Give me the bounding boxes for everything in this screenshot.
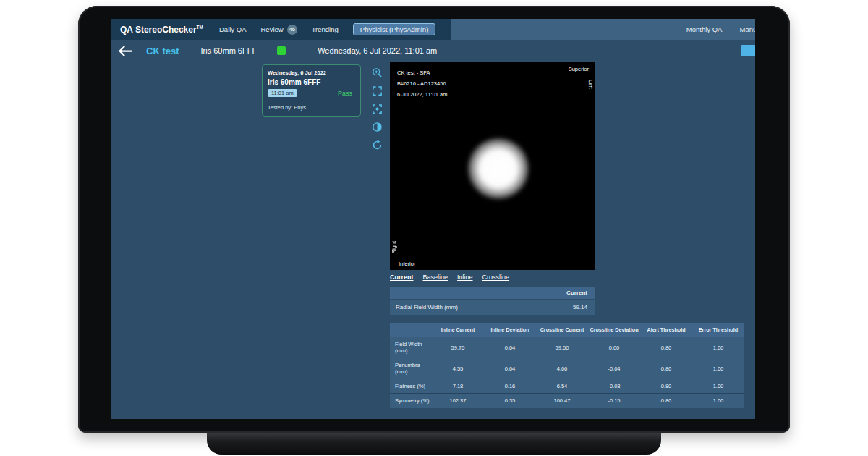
metric-value-cell: 0.16: [484, 379, 536, 394]
radial-row-value: 59.14: [573, 304, 587, 311]
nav-item-label: Daily QA: [219, 25, 246, 33]
nav-item-monthly-qa[interactable]: Monthly QA: [686, 25, 723, 33]
back-button[interactable]: [119, 46, 132, 56]
pass-status-label: Pass: [338, 90, 352, 97]
column-header: Crossline Deviation: [588, 323, 640, 337]
radial-field-table: Current Radial Field Width (mm) 59.14: [390, 287, 595, 315]
contrast-icon[interactable]: [371, 121, 383, 132]
tab-crossline[interactable]: Crossline: [482, 274, 510, 281]
image-title: CK test - SFA: [397, 67, 448, 78]
nav-item-label: Monthly QA: [686, 25, 723, 33]
column-header: Inline Current: [432, 323, 484, 337]
metric-value-cell: -0.03: [588, 379, 640, 394]
orientation-right-label: Right: [391, 241, 397, 254]
metric-value-cell: -0.04: [588, 358, 640, 379]
image-machine-id: B#6216 - AD123456: [397, 78, 448, 89]
beam-image-panel[interactable]: CK test - SFA B#6216 - AD123456 6 Jul 20…: [390, 62, 595, 270]
nav-item-label: Physicist (PhysAdmin): [360, 25, 429, 33]
center-focus-icon[interactable]: [371, 103, 383, 114]
metric-value-cell: 0.80: [640, 394, 692, 408]
zoom-in-icon[interactable]: [371, 67, 383, 78]
radial-table-header: Current: [390, 287, 595, 299]
review-count-badge: 46: [287, 25, 297, 35]
table-row: Penumbra (mm)4.550.044.06-0.040.801.00: [390, 358, 744, 379]
nav-item-trending[interactable]: Trending: [312, 25, 339, 33]
back-arrow-icon: [119, 46, 132, 56]
table-row: Symmetry (%)102.370.35100.47-0.150.801.0…: [390, 394, 744, 408]
reset-view-icon[interactable]: [371, 139, 383, 151]
metric-value-cell: 0.00: [588, 337, 640, 358]
metric-row-label: Flatness (%): [390, 379, 432, 394]
metric-value-cell: 4.55: [432, 358, 484, 379]
page-header: CK test Iris 60mm 6FFF Wednesday, 6 Jul …: [111, 40, 755, 62]
column-header: Crossline Current: [536, 323, 588, 337]
metric-value-cell: 102.37: [432, 394, 484, 408]
metric-row-label: Symmetry (%): [390, 394, 432, 408]
card-divider: [268, 101, 355, 101]
results-tabs: Current Baseline Inline Crossline: [390, 274, 509, 281]
nav-menu: Daily QA Review 46 Trending Physicist (P…: [219, 23, 435, 35]
nav-item-label: Manual QA: [739, 25, 755, 33]
metric-row-label: Penumbra (mm): [390, 358, 432, 379]
nav-item-daily-qa[interactable]: Daily QA: [219, 25, 246, 33]
nav-item-label: Review: [260, 25, 283, 33]
image-toolbar: [371, 67, 383, 151]
status-indicator: [277, 46, 286, 55]
metric-value-cell: -0.15: [588, 394, 640, 408]
metric-value-cell: 1.00: [692, 358, 744, 379]
metrics-table-head: Inline Current Inline Deviation Crosslin…: [390, 323, 744, 337]
navbar: QA StereoCheckerTM Daily QA Review 46 Tr…: [111, 19, 755, 40]
metrics-header-row: Inline Current Inline Deviation Crosslin…: [390, 323, 744, 337]
page-title: CK test: [146, 46, 179, 56]
column-header: Error Threshold: [692, 323, 744, 337]
tested-by-label: Tested by: Phys: [268, 104, 355, 111]
metric-value-cell: 4.06: [536, 358, 588, 379]
tab-inline[interactable]: Inline: [457, 274, 473, 281]
metric-value-cell: 59.75: [432, 337, 484, 358]
app-brand: QA StereoCheckerTM: [120, 25, 203, 35]
image-metadata: CK test - SFA B#6216 - AD123456 6 Jul 20…: [397, 67, 448, 100]
nav-item-physicist[interactable]: Physicist (PhysAdmin): [353, 23, 436, 35]
radial-row-label: Radial Field Width (mm): [396, 304, 458, 311]
tab-baseline[interactable]: Baseline: [423, 274, 448, 281]
orientation-left-label: Left: [587, 80, 594, 89]
metric-value-cell: 59.50: [536, 337, 588, 358]
metric-value-cell: 1.00: [692, 379, 744, 394]
metric-value-cell: 0.80: [640, 337, 692, 358]
column-header: [390, 323, 432, 337]
test-time-chip: 11:01 am: [268, 89, 297, 97]
metric-value-cell: 1.00: [692, 394, 744, 408]
nav-item-manual-qa[interactable]: Manual QA: [739, 25, 755, 33]
nav-item-label: Trending: [312, 25, 339, 33]
laptop-base: [207, 433, 661, 455]
metrics-table-body: Field Width (mm)59.750.0459.500.000.801.…: [390, 337, 744, 408]
metric-value-cell: 7.18: [432, 379, 484, 394]
column-header: Inline Deviation: [484, 323, 536, 337]
table-row: Field Width (mm)59.750.0459.500.000.801.…: [390, 337, 744, 358]
expand-icon[interactable]: [371, 85, 383, 96]
orientation-superior-label: Superior: [569, 66, 589, 72]
laptop-screen: QA StereoCheckerTM Daily QA Review 46 Tr…: [111, 19, 755, 419]
metric-row-label: Field Width (mm): [390, 337, 432, 358]
metric-value-cell: 0.04: [484, 337, 536, 358]
beam-spot: [468, 138, 529, 199]
metric-value-cell: 6.54: [536, 379, 588, 394]
test-datetime-label: Wednesday, 6 Jul 2022, 11:01 am: [318, 46, 437, 55]
metric-value-cell: 0.80: [640, 379, 692, 394]
radial-table-row: Radial Field Width (mm) 59.14: [390, 300, 595, 315]
metric-value-cell: 0.35: [484, 394, 536, 408]
header-action-button[interactable]: [741, 45, 755, 56]
nav-menu-right: Monthly QA Manual QA: [686, 25, 755, 33]
nav-item-review[interactable]: Review 46: [260, 25, 297, 35]
metric-value-cell: 0.80: [640, 358, 692, 379]
card-test-name: Iris 60mm 6FFF: [268, 78, 355, 86]
app-brand-tm: TM: [197, 25, 203, 30]
test-summary-card[interactable]: Wednesday, 6 Jul 2022 Iris 60mm 6FFF 11:…: [262, 64, 361, 117]
table-row: Flatness (%)7.180.166.54-0.030.801.00: [390, 379, 744, 394]
app-brand-text: QA StereoChecker: [120, 25, 197, 35]
column-header: Alert Threshold: [640, 323, 692, 337]
metric-value-cell: 0.04: [484, 358, 536, 379]
orientation-inferior-label: Inferior: [399, 261, 415, 267]
metric-value-cell: 100.47: [536, 394, 588, 408]
tab-current[interactable]: Current: [390, 274, 414, 281]
